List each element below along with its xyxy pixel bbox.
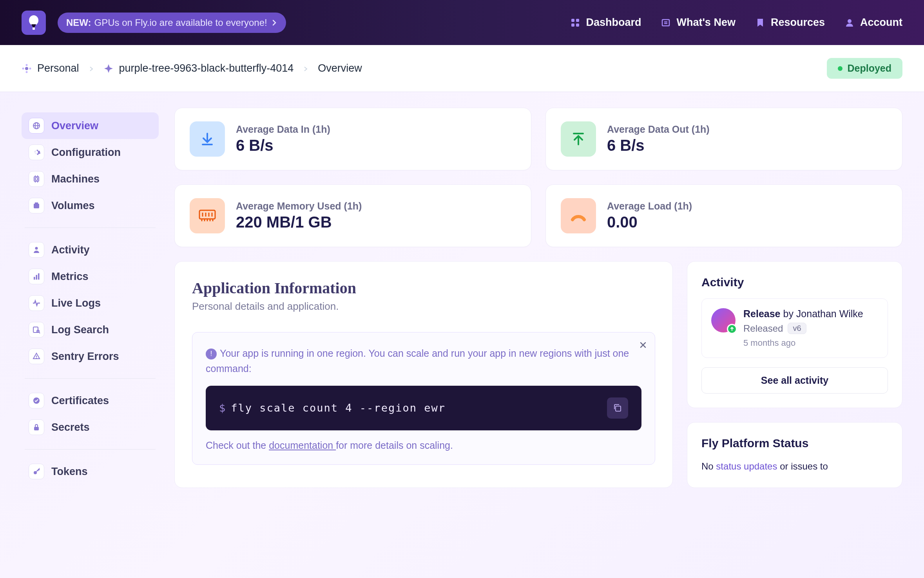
release-badge-icon bbox=[727, 324, 737, 334]
status-label: Deployed bbox=[847, 63, 891, 74]
nav-whatsnew[interactable]: What's New bbox=[661, 16, 735, 29]
documentation-link[interactable]: documentation bbox=[269, 440, 336, 451]
svg-rect-36 bbox=[34, 427, 39, 430]
stat-card: Average Data Out (1h)6 B/s bbox=[545, 108, 902, 170]
svg-rect-19 bbox=[35, 178, 38, 180]
copy-button[interactable] bbox=[607, 397, 628, 419]
chevron-right-icon bbox=[303, 62, 308, 74]
stat-value: 220 MB/1 GB bbox=[236, 213, 362, 231]
disk-icon bbox=[29, 198, 44, 213]
code-block: $fly scale count 4 --region ewr bbox=[206, 386, 641, 430]
topbar-left: NEW: GPUs on Fly.io are available to eve… bbox=[22, 11, 286, 35]
app-info-subtitle: Personal details and application. bbox=[192, 300, 655, 312]
main: OverviewConfigurationMachinesVolumes Act… bbox=[0, 92, 924, 489]
sidebar-item-machines[interactable]: Machines bbox=[22, 166, 159, 192]
sidebar-item-activity[interactable]: Activity bbox=[22, 237, 159, 263]
logo[interactable] bbox=[22, 11, 46, 35]
svg-point-11 bbox=[22, 67, 24, 69]
org-icon bbox=[22, 63, 32, 74]
nav-resources[interactable]: Resources bbox=[755, 16, 825, 29]
tip-text: !Your app is running in one region. You … bbox=[206, 346, 641, 376]
svg-rect-1 bbox=[33, 27, 35, 30]
see-all-activity-button[interactable]: See all activity bbox=[701, 367, 888, 394]
sidebar-item-configuration[interactable]: Configuration bbox=[22, 139, 159, 166]
sidebar-item-label: Machines bbox=[51, 173, 100, 185]
sidebar-item-label: Metrics bbox=[51, 271, 89, 283]
svg-point-26 bbox=[35, 247, 38, 250]
bookmark-icon bbox=[755, 18, 765, 28]
sidebar-item-label: Log Search bbox=[51, 324, 109, 336]
close-icon[interactable] bbox=[639, 340, 647, 351]
nav-resources-label: Resources bbox=[771, 16, 825, 29]
stat-card: Average Load (1h)0.00 bbox=[545, 184, 902, 247]
announce-new-label: NEW: bbox=[66, 17, 91, 28]
nav-whatsnew-label: What's New bbox=[676, 16, 735, 29]
svg-rect-6 bbox=[662, 20, 669, 26]
search-icon bbox=[29, 322, 44, 338]
breadcrumb: Personal purple-tree-9963-black-butterfl… bbox=[22, 62, 362, 74]
person-icon bbox=[844, 18, 855, 28]
nav-dashboard[interactable]: Dashboard bbox=[570, 16, 641, 29]
sidebar-group-1: OverviewConfigurationMachinesVolumes bbox=[22, 108, 159, 224]
app-info-panel: Application Information Personal details… bbox=[174, 261, 673, 488]
version-badge: v6 bbox=[788, 323, 806, 334]
sidebar-item-label: Certificates bbox=[51, 395, 109, 407]
stat-label: Average Load (1h) bbox=[607, 200, 692, 212]
sidebar-item-certificates[interactable]: Certificates bbox=[22, 387, 159, 414]
sidebar-item-live-logs[interactable]: Live Logs bbox=[22, 290, 159, 316]
breadcrumb-page-label: Overview bbox=[318, 62, 362, 74]
svg-point-14 bbox=[26, 71, 28, 73]
pulse-icon bbox=[29, 295, 44, 311]
announcement-pill[interactable]: NEW: GPUs on Fly.io are available to eve… bbox=[58, 13, 286, 33]
svg-point-12 bbox=[29, 67, 31, 69]
breadcrumb-app-label: purple-tree-9963-black-butterfly-4014 bbox=[119, 62, 294, 74]
svg-rect-27 bbox=[34, 277, 35, 280]
sidebar: OverviewConfigurationMachinesVolumes Act… bbox=[22, 108, 159, 489]
status-updates-link[interactable]: status updates bbox=[716, 461, 777, 471]
activity-time: 5 months ago bbox=[743, 338, 878, 348]
sidebar-item-label: Activity bbox=[51, 244, 90, 256]
stat-label: Average Data Out (1h) bbox=[607, 124, 710, 135]
sidebar-divider bbox=[25, 449, 156, 450]
sidebar-group-3: CertificatesSecrets bbox=[22, 383, 159, 445]
breadcrumb-org-label: Personal bbox=[37, 62, 79, 74]
svg-point-0 bbox=[29, 15, 38, 25]
activity-body: Release by Jonathan Wilke Released v6 5 … bbox=[743, 308, 878, 348]
sidebar-item-secrets[interactable]: Secrets bbox=[22, 414, 159, 441]
sidebar-item-overview[interactable]: Overview bbox=[22, 112, 159, 139]
right-column: Activity Release by Jonathan Wilke bbox=[687, 261, 902, 488]
svg-point-37 bbox=[34, 471, 37, 474]
stat-value: 6 B/s bbox=[607, 137, 710, 154]
breadcrumb-app[interactable]: purple-tree-9963-black-butterfly-4014 bbox=[103, 62, 294, 74]
error-icon bbox=[29, 349, 44, 364]
svg-rect-38 bbox=[199, 210, 215, 219]
sidebar-item-label: Sentry Errors bbox=[51, 350, 119, 363]
sidebar-item-tokens[interactable]: Tokens bbox=[22, 458, 159, 485]
sidebar-item-log-search[interactable]: Log Search bbox=[22, 316, 159, 343]
balloon-icon bbox=[26, 15, 42, 31]
chart-icon bbox=[29, 269, 44, 284]
stat-value: 6 B/s bbox=[236, 137, 330, 154]
stat-label: Average Data In (1h) bbox=[236, 124, 330, 135]
nav-account-label: Account bbox=[860, 16, 902, 29]
sidebar-item-volumes[interactable]: Volumes bbox=[22, 192, 159, 219]
sidebar-item-sentry-errors[interactable]: Sentry Errors bbox=[22, 343, 159, 370]
sidebar-item-metrics[interactable]: Metrics bbox=[22, 263, 159, 290]
svg-rect-5 bbox=[576, 23, 579, 27]
svg-rect-4 bbox=[571, 23, 574, 27]
avatar bbox=[711, 308, 736, 332]
svg-point-13 bbox=[26, 64, 28, 66]
sidebar-group-4: Tokens bbox=[22, 453, 159, 489]
chevron-right-icon bbox=[271, 17, 277, 28]
svg-rect-29 bbox=[38, 273, 40, 280]
scale-tip-box: !Your app is running in one region. You … bbox=[192, 332, 655, 465]
platform-status-panel: Fly Platform Status No status updates or… bbox=[687, 422, 902, 488]
lock-icon bbox=[29, 419, 44, 435]
grid-icon bbox=[570, 18, 580, 28]
nav-account[interactable]: Account bbox=[844, 16, 902, 29]
sidebar-item-label: Secrets bbox=[51, 421, 90, 434]
bottom-row: Application Information Personal details… bbox=[174, 261, 902, 488]
breadcrumb-org[interactable]: Personal bbox=[22, 62, 79, 74]
status-dot-icon bbox=[838, 66, 842, 71]
gauge-icon bbox=[561, 198, 596, 233]
